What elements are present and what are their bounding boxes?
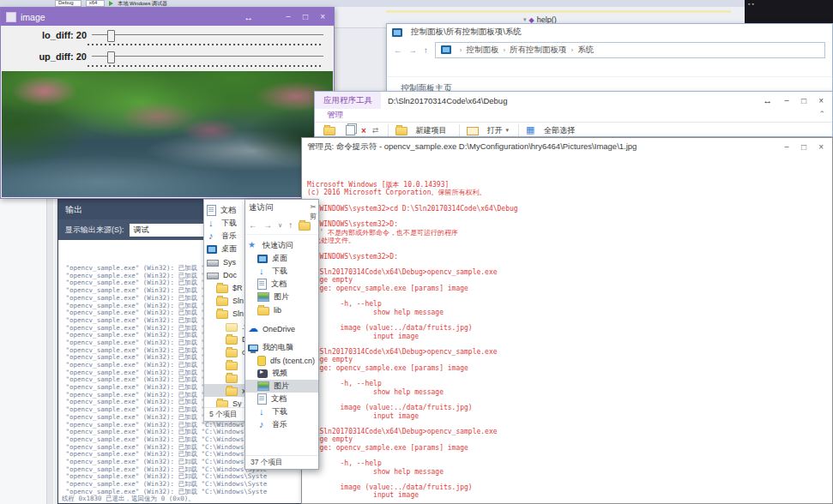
nav-item[interactable]: 快速访问 xyxy=(245,239,318,252)
nav-item-icon xyxy=(257,381,269,391)
cmd-output-line: D:\Sln20170314Code\x64\Debug>opencv_samp… xyxy=(307,268,832,276)
trackbar-thumb[interactable] xyxy=(107,51,115,63)
trackbar-slider[interactable] xyxy=(92,29,323,48)
up-icon[interactable]: ↑ xyxy=(288,220,293,230)
opencv-image-window: image ↔ − □ × lo_diff: 20 up_diff: 20 xyxy=(0,7,335,199)
cmd-output-line xyxy=(307,340,832,348)
nav-item[interactable]: 桌面 xyxy=(245,252,318,265)
cmd-output-line: input image xyxy=(307,491,832,499)
tab-manage[interactable]: 管理 xyxy=(315,110,355,121)
minimize-button[interactable]: − xyxy=(784,96,789,105)
tree-item-icon xyxy=(216,297,228,306)
cmd-output-line: (c) 2016 Microsoft Corporation。保留所有权利。 xyxy=(307,189,832,196)
nav-item-label: lib xyxy=(274,306,281,315)
maximize-button[interactable]: □ xyxy=(801,142,806,152)
nav-item[interactable]: 文档 xyxy=(245,278,318,291)
cmd-output-line: input image xyxy=(307,333,832,340)
ribbon: × ⇄ 新建项目 打开 ▾ xyxy=(315,123,832,138)
vs-dark-corner: ▪ ▪ xyxy=(745,0,833,23)
ribbon-button[interactable]: 全部选择 xyxy=(515,124,578,136)
explorer-debug-title: D:\Sln20170314Code\x64\Debug xyxy=(388,96,507,105)
start-debug-icon[interactable] xyxy=(109,1,113,6)
nav-item[interactable]: 图片 xyxy=(245,380,318,393)
breadcrumb-segment[interactable]: 系统 xyxy=(577,45,594,56)
back-icon[interactable]: ← xyxy=(249,220,257,230)
nav-item-label: 下载 xyxy=(272,406,287,417)
address-icon xyxy=(441,45,451,54)
pin-folder-icon[interactable] xyxy=(323,127,335,135)
ribbon-button[interactable]: 打开 ▾ xyxy=(456,124,509,136)
nav-item-label: dfs (tcent.cn) xyxy=(270,357,315,365)
breadcrumb-segment[interactable]: 控制面板 xyxy=(466,45,498,56)
cut-icon[interactable]: ✂ xyxy=(311,202,317,212)
minimize-button[interactable]: − xyxy=(784,142,789,152)
debug-config-dropdown[interactable]: Debug xyxy=(55,0,81,7)
nav-item-icon xyxy=(257,279,267,290)
vs-editor-margin xyxy=(0,199,58,504)
up-icon[interactable]: ↑ xyxy=(424,45,428,55)
cmd-output-line: Microsoft Windows [版本 10.0.14393] xyxy=(307,181,832,189)
tree-item-icon xyxy=(216,400,228,408)
forward-icon[interactable]: → xyxy=(409,45,418,55)
trackbar-slider[interactable] xyxy=(92,51,323,69)
trackbar-label: lo_diff: 20 xyxy=(1,29,87,40)
cmd-output-line xyxy=(307,420,832,428)
nav-item[interactable]: 图片 xyxy=(245,291,318,303)
close-button[interactable]: × xyxy=(818,142,824,152)
close-button[interactable]: × xyxy=(818,96,824,105)
cmd-window: 管理员: 命令提示符 - opencv_sample.exe D:\MyConf… xyxy=(301,137,833,504)
cmd-output-line: -h, --help xyxy=(307,459,832,467)
cmd-output-line: show help message xyxy=(307,388,832,396)
ribbon-button-icon xyxy=(526,126,536,135)
ribbon-button[interactable]: 新建项目 xyxy=(384,124,450,136)
ribbon-collapse-icon[interactable]: ⌃ xyxy=(818,110,825,118)
nav-item[interactable]: lib xyxy=(245,303,318,316)
breadcrumb[interactable]: ›控制面板›所有控制面板项›系统 xyxy=(435,42,825,58)
trackbar-thumb[interactable] xyxy=(107,30,115,42)
nav-item-label: 音乐 xyxy=(272,419,287,430)
tree-item-icon xyxy=(207,219,217,228)
tree-item-label: Sln xyxy=(232,309,244,318)
cmd-output-line: C:\WINDOWS\system32>D: xyxy=(307,220,832,228)
nav-item[interactable]: 下载 xyxy=(245,265,318,278)
nav-item-icon xyxy=(257,408,268,417)
nav-item[interactable]: dfs (tcent.cn) xyxy=(245,354,318,367)
cmd-output-line: 'D:' 不是内部或外部命令，也不是可运行的程序 xyxy=(307,229,832,237)
resize-cursor-icon: ↔ xyxy=(763,95,772,105)
trackbar-area: lo_diff: 20 up_diff: 20 xyxy=(1,26,334,74)
rename-icon[interactable]: ⇄ xyxy=(372,126,379,135)
back-icon[interactable]: ← xyxy=(394,45,402,55)
platform-dropdown[interactable]: x64 xyxy=(86,0,106,7)
tree-item-label: Sln xyxy=(232,297,244,305)
breadcrumb-segment[interactable]: 所有控制面板项 xyxy=(510,45,567,56)
minimize-button[interactable]: − xyxy=(286,12,291,21)
delete-icon[interactable]: × xyxy=(361,126,366,135)
cmd-output-line: C:\WINDOWS\system32>cd D:\Sln20170314Cod… xyxy=(307,205,832,213)
trackbar: lo_diff: 20 xyxy=(1,29,330,51)
recent-locations-icon[interactable]: ∨ xyxy=(278,222,282,229)
clipboard-group-fragment: ✂ 剪 xyxy=(310,202,317,221)
tree-item-label: Doc xyxy=(223,271,237,279)
nav-item[interactable]: 文档 xyxy=(245,393,318,405)
maximize-button[interactable]: □ xyxy=(801,96,806,105)
tree-item-icon xyxy=(207,273,219,279)
cmd-output-line: -h, --help xyxy=(307,380,832,387)
forward-icon[interactable]: → xyxy=(263,220,272,230)
nav-item[interactable]: OneDrive xyxy=(245,322,318,335)
tree-item-icon xyxy=(226,336,238,345)
copy-icon[interactable] xyxy=(346,125,355,135)
nav-item[interactable]: 音乐 xyxy=(245,418,318,431)
status-bar: 37 个项目 xyxy=(245,455,318,469)
control-panel-icon xyxy=(392,28,402,37)
nav-item[interactable]: 下载 xyxy=(245,405,318,418)
maximize-button[interactable]: □ xyxy=(303,12,308,21)
nav-item[interactable]: 我的电脑 xyxy=(245,341,318,354)
cmd-output-line: image (value:../data/fruits.jpg) xyxy=(307,404,832,411)
cmd-titlebar: 管理员: 命令提示符 - opencv_sample.exe D:\MyConf… xyxy=(302,138,832,156)
nav-item-icon xyxy=(248,242,258,250)
navigation-pane: 快速访问 桌面 下载 文档 图片 xyxy=(245,235,318,455)
close-button[interactable]: × xyxy=(320,12,325,21)
editor-highlight-strip xyxy=(386,10,731,13)
control-panel-title: 控制面板\所有控制面板项\系统 xyxy=(411,27,522,38)
nav-item[interactable]: 视频 xyxy=(245,367,318,380)
